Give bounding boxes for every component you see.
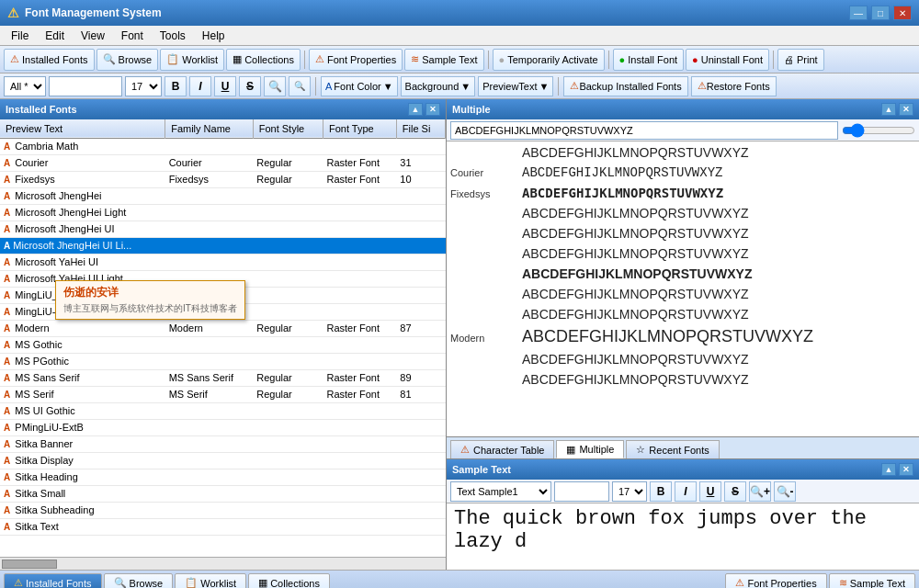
bottom-tab-browse[interactable]: 🔍 Browse (104, 573, 174, 589)
menu-edit[interactable]: Edit (38, 28, 72, 44)
strikethrough-button[interactable]: S (239, 76, 261, 96)
font-style-cell (253, 452, 323, 469)
table-row[interactable]: A Sitka Subheading (0, 502, 446, 518)
sample-text-input[interactable] (554, 481, 609, 502)
table-row[interactable]: A Microsoft YaHei UI (0, 254, 446, 270)
sample-bold-btn[interactable]: B (650, 481, 672, 502)
menu-help[interactable]: Help (195, 28, 233, 44)
font-preview-cell: A Courier (0, 154, 165, 171)
table-row[interactable]: A Modern Modern Regular Raster Font 87 (0, 320, 446, 336)
bt-grid-icon: ▦ (258, 577, 267, 588)
col-style[interactable]: Font Style (253, 119, 323, 138)
sample-zoom-in-btn[interactable]: 🔍+ (749, 481, 771, 502)
installed-fonts-button[interactable]: ⚠ Installed Fonts (4, 49, 95, 71)
table-row[interactable]: A Sitka Banner (0, 435, 446, 452)
bold-button[interactable]: B (165, 76, 187, 96)
sample-size-select[interactable]: 17 (612, 481, 647, 502)
sample-strike-btn[interactable]: S (724, 481, 746, 502)
bottom-tab-sample-text[interactable]: ≋ Sample Text (829, 573, 915, 589)
table-row[interactable]: A Microsoft JhengHei UI Li... (0, 237, 446, 254)
zoom-in-button[interactable]: 🔍 (264, 76, 286, 96)
bottom-tab-collections[interactable]: ▦ Collections (248, 573, 330, 589)
menu-font[interactable]: Font (114, 28, 151, 44)
table-row[interactable]: A MS Gothic (0, 336, 446, 353)
sample-underline-btn[interactable]: U (699, 481, 721, 502)
font-color-dropdown[interactable]: A Font Color ▼ (321, 76, 398, 96)
font-size-select[interactable]: 17 (125, 76, 162, 96)
col-family[interactable]: Family Name (165, 119, 254, 138)
table-row[interactable]: A MS Sans Serif MS Sans Serif Regular Ra… (0, 369, 446, 386)
worklist-button[interactable]: 📋 Worklist (160, 49, 224, 71)
search-input[interactable] (49, 76, 122, 96)
sample-text-button[interactable]: ≋ Sample Text (404, 49, 483, 71)
background-dropdown[interactable]: Background ▼ (401, 76, 476, 96)
table-row[interactable]: A Microsoft JhengHei UI (0, 220, 446, 237)
backup-fonts-button[interactable]: ⚠ Backup Installed Fonts (563, 76, 687, 96)
table-row[interactable]: A Microsoft JhengHei (0, 187, 446, 204)
font-type-cell: Raster Font (323, 320, 396, 336)
italic-button[interactable]: I (189, 76, 211, 96)
sample-italic-btn[interactable]: I (675, 481, 697, 502)
multiple-content[interactable]: ABCDEFGHIJKLMNOPQRSTUVWXYZCourierABCDEFG… (447, 141, 919, 436)
h-scrollbar-thumb[interactable] (2, 560, 57, 569)
menu-view[interactable]: View (74, 28, 112, 44)
browse-button[interactable]: 🔍 Browse (96, 49, 159, 71)
h-scrollbar[interactable] (0, 557, 446, 570)
panel-minimize-btn[interactable]: ▲ (408, 103, 423, 116)
table-row[interactable]: A Cambria Math (0, 138, 446, 154)
table-row[interactable]: A Sitka Small (0, 485, 446, 502)
col-size[interactable]: File Si (396, 119, 445, 138)
underline-button[interactable]: U (214, 76, 236, 96)
font-family-cell (165, 187, 254, 204)
sample-close-btn[interactable]: ✕ (899, 463, 913, 476)
zoom-out-button[interactable]: 🔍 (289, 76, 311, 96)
font-properties-button[interactable]: ⚠ Font Properties (309, 49, 403, 71)
maximize-button[interactable]: □ (871, 6, 890, 20)
panel-close-btn[interactable]: ✕ (425, 103, 440, 116)
size-slider[interactable] (842, 123, 915, 138)
filter-select[interactable]: All * (4, 76, 46, 96)
font-preview-item: ABCDEFGHIJKLMNOPQRSTUVWXYZ (450, 287, 915, 301)
font-preview-item: ABCDEFGHIJKLMNOPQRSTUVWXYZ (450, 246, 915, 261)
print-icon: 🖨 (784, 54, 794, 65)
print-button[interactable]: 🖨 Print (777, 49, 824, 71)
sample-select[interactable]: Text Sample1 (450, 481, 551, 502)
bottom-tab-installed[interactable]: ⚠ Installed Fonts (4, 573, 102, 589)
close-button[interactable]: ✕ (893, 6, 912, 20)
table-row[interactable]: A MS UI Gothic (0, 402, 446, 419)
preview-text-dropdown[interactable]: PreviewText ▼ (478, 76, 553, 96)
uninstall-font-button[interactable]: ● Uninstall Font (686, 49, 769, 71)
left-panel: Installed Fonts ▲ ✕ Preview Text Family … (0, 99, 447, 570)
bottom-tab-font-props[interactable]: ⚠ Font Properties (725, 573, 826, 589)
menu-bar: File Edit View Font Tools Help (0, 26, 919, 46)
table-row[interactable]: A Sitka Display (0, 452, 446, 469)
table-row[interactable]: A MS Serif MS Serif Regular Raster Font … (0, 386, 446, 402)
tab-multiple[interactable]: ▦ Multiple (556, 440, 624, 458)
sample-minimize-btn[interactable]: ▲ (881, 463, 896, 476)
font-size-cell (396, 402, 445, 419)
tab-recent-fonts[interactable]: ☆ Recent Fonts (626, 440, 719, 458)
install-font-button[interactable]: ● Install Font (613, 49, 684, 71)
menu-file[interactable]: File (4, 28, 36, 44)
restore-fonts-button[interactable]: ⚠ Restore Fonts (691, 76, 777, 96)
bottom-tab-worklist[interactable]: 📋 Worklist (175, 573, 246, 589)
temp-activate-button[interactable]: ● Temporarily Activate (493, 49, 605, 71)
minimize-button[interactable]: — (849, 6, 868, 20)
sample-zoom-out-btn[interactable]: 🔍- (774, 481, 796, 502)
table-row[interactable]: A Fixedsys Fixedsys Regular Raster Font … (0, 171, 446, 187)
preview-text-input[interactable] (450, 121, 838, 140)
multiple-close-btn[interactable]: ✕ (899, 103, 913, 116)
collections-button[interactable]: ▦ Collections (226, 49, 301, 71)
menu-tools[interactable]: Tools (153, 28, 193, 44)
table-row[interactable]: A Microsoft JhengHei Light (0, 204, 446, 220)
table-row[interactable]: A MS PGothic (0, 353, 446, 369)
font-size-cell (396, 502, 445, 518)
table-row[interactable]: A PMingLiU-ExtB (0, 419, 446, 435)
multiple-minimize-btn[interactable]: ▲ (881, 103, 896, 116)
table-row[interactable]: A Sitka Heading (0, 469, 446, 485)
table-row[interactable]: A Courier Courier Regular Raster Font 31 (0, 154, 446, 171)
col-type[interactable]: Font Type (323, 119, 396, 138)
table-row[interactable]: A Sitka Text (0, 518, 446, 535)
tab-character-table[interactable]: ⚠ Character Table (450, 440, 554, 458)
col-preview[interactable]: Preview Text (0, 119, 165, 138)
